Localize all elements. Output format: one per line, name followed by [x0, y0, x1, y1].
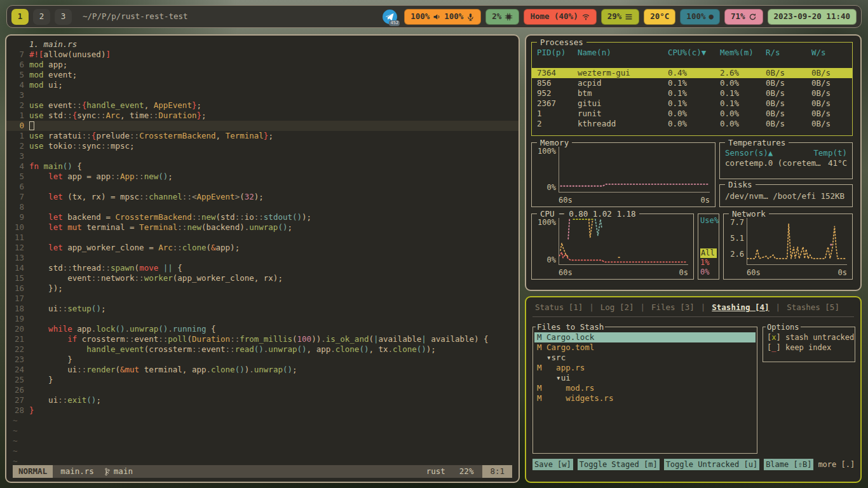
code-line[interactable]: 20 while app.lock().unwrap().running {: [6, 324, 519, 334]
code-line[interactable]: 18 ui::setup();: [6, 304, 519, 314]
code-line[interactable]: 7#![allow(unused)]: [6, 50, 519, 60]
tree-dir[interactable]: ▾ui: [534, 373, 756, 383]
code-line[interactable]: 19: [6, 314, 519, 324]
gitui-pane[interactable]: Status [1] | Log [2] | Files [3] | Stash…: [525, 296, 862, 483]
legend-all[interactable]: All: [700, 248, 717, 258]
file-item[interactable]: M app.rs: [534, 363, 756, 373]
code-line[interactable]: 24 ui::render(&mut terminal, app.clone()…: [6, 365, 519, 375]
tree-dir[interactable]: ▾src: [534, 353, 756, 363]
code-line[interactable]: 22 handle_event(crossterm::event::read()…: [6, 344, 519, 355]
col-write[interactable]: W/s: [811, 48, 847, 58]
code-line[interactable]: 17: [6, 294, 519, 304]
col-name[interactable]: Name(n): [578, 48, 668, 58]
col-mem[interactable]: Mem%(m): [720, 48, 766, 58]
cpu-widget: CPU ─ 0.80 1.02 1.18 100%0% 60s0s: [531, 214, 694, 280]
code-line[interactable]: 28}: [6, 405, 519, 416]
battery-widget[interactable]: 100% ●: [680, 9, 720, 25]
gitui-action-bar: Save [w] Toggle Staged [m] Toggle Untrac…: [532, 459, 854, 470]
empty-line-tilde: ~: [6, 446, 519, 456]
buffer-name[interactable]: 1. main.rs: [29, 39, 77, 49]
process-row[interactable]: 2kthreadd0.0%0.0%0B/s0B/s: [532, 119, 852, 129]
code-line[interactable]: 1use std::{sync::Arc, time::Duration};: [6, 111, 519, 121]
code-line[interactable]: 21 if crossterm::event::poll(Duration::f…: [6, 334, 519, 344]
code-line[interactable]: 5 let app = app::App::new();: [6, 172, 519, 182]
code-line[interactable]: 15 event::network::worker(app_worker_clo…: [6, 273, 519, 283]
code-line[interactable]: 4mod ui;: [6, 80, 519, 90]
code-line[interactable]: 6mod app;: [6, 60, 519, 70]
code-line[interactable]: 25 }: [6, 375, 519, 385]
save-button[interactable]: Save [w]: [532, 459, 573, 470]
col-cpu[interactable]: CPU%(c)▼: [668, 48, 720, 58]
system-monitor-pane[interactable]: Processes PID(p) Name(n) CPU%(c)▼ Mem%(m…: [525, 34, 862, 291]
code-line[interactable]: 6: [6, 182, 519, 192]
tab-1[interactable]: 1: [11, 9, 29, 25]
editor-pane[interactable]: 1. main.rs 7#![allow(unused)]6mod app;5m…: [5, 34, 520, 483]
tab-stashes[interactable]: Stashes [5]: [787, 302, 839, 313]
code-line[interactable]: 3: [6, 90, 519, 100]
files-to-stash-panel: Files to Stash M Cargo.lockM Cargo.toml …: [532, 327, 757, 454]
stash-options-panel: Options [x] stash untracked [_] keep ind…: [763, 327, 855, 362]
tab-files[interactable]: Files [3]: [651, 302, 695, 313]
sync-widget[interactable]: 71%: [724, 9, 763, 25]
tab-log[interactable]: Log [2]: [600, 302, 634, 313]
cwd-path: ~/P/P/p/rust-rest-test: [83, 11, 188, 22]
col-read[interactable]: R/s: [766, 48, 811, 58]
process-row[interactable]: 7364wezterm-gui0.4%2.6%0B/s0B/s: [532, 68, 852, 78]
code-line[interactable]: 2use tokio::sync::mpsc;: [6, 141, 519, 151]
refresh-icon: [749, 13, 757, 21]
code-line[interactable]: 10 let mut terminal = Terminal::new(back…: [6, 222, 519, 233]
tab-status[interactable]: Status [1]: [535, 302, 583, 313]
clock-widget[interactable]: 2023-09-20 11:40: [768, 9, 857, 25]
volume-widget[interactable]: 100% 100%: [404, 9, 481, 25]
code-line[interactable]: 0: [6, 121, 519, 131]
tab-stashing[interactable]: Stashing [4]: [712, 302, 769, 313]
code-line[interactable]: 7 let (tx, rx) = mpsc::channel::<AppEven…: [6, 192, 519, 202]
process-row[interactable]: 2367gitui0.1%0.1%0B/s0B/s: [532, 98, 852, 109]
processes-title: Processes: [537, 37, 587, 48]
code-line[interactable]: 14 std::thread::spawn(move || {: [6, 263, 519, 273]
wezterm-tab-bar: 1 2 3 ~/P/P/p/rust-rest-test 452 100% 10…: [6, 5, 862, 28]
temperature-widget[interactable]: 20°C: [644, 9, 675, 25]
process-table-header[interactable]: PID(p) Name(n) CPU%(c)▼ Mem%(m) R/s W/s: [532, 48, 852, 58]
code-line[interactable]: 23 }: [6, 355, 519, 365]
legend-cpu0[interactable]: 1%: [700, 258, 717, 268]
option-keep-index[interactable]: [_] keep index: [763, 342, 855, 353]
status-widgets: 452 100% 100% 2% Home (40%) 29% 20°C 100…: [382, 9, 857, 25]
process-row[interactable]: 856acpid0.1%0.0%0B/s0B/s: [532, 78, 852, 88]
col-pid[interactable]: PID(p): [537, 48, 578, 58]
wifi-widget[interactable]: Home (40%): [524, 9, 596, 25]
more-button[interactable]: more [.]: [818, 459, 855, 470]
code-line[interactable]: 26: [6, 385, 519, 395]
code-line[interactable]: 3: [6, 151, 519, 161]
option-stash-untracked[interactable]: [x] stash untracked: [763, 332, 855, 342]
col-temp[interactable]: Temp(t): [813, 148, 847, 158]
brightness-widget[interactable]: 29%: [601, 9, 640, 25]
mode-indicator: NORMAL: [13, 465, 53, 478]
file-item[interactable]: M mod.rs: [534, 383, 756, 393]
file-item[interactable]: M widgets.rs: [534, 393, 756, 403]
code-line[interactable]: 2use event::{handle_event, AppEvent};: [6, 100, 519, 111]
code-line[interactable]: 4fn main() {: [6, 161, 519, 172]
process-row[interactable]: 1runit0.0%0.0%0B/s0B/s: [532, 109, 852, 119]
code-line[interactable]: 1use ratatui::{prelude::CrosstermBackend…: [6, 131, 519, 141]
memory-usage-widget[interactable]: 2%: [485, 9, 519, 25]
code-line[interactable]: 16 });: [6, 283, 519, 294]
code-line[interactable]: 12 let app_worker_clone = Arc::clone(&ap…: [6, 243, 519, 253]
code-line[interactable]: 5mod event;: [6, 70, 519, 80]
tab-3[interactable]: 3: [55, 9, 72, 25]
blame-button[interactable]: Blame [⇧B]: [764, 459, 813, 470]
code-line[interactable]: 13: [6, 253, 519, 263]
process-row[interactable]: 952btm0.1%0.1%0B/s0B/s: [532, 88, 852, 98]
col-sensor[interactable]: Sensor(s)▲: [725, 148, 813, 158]
code-line[interactable]: 8: [6, 202, 519, 212]
legend-cpu1[interactable]: 0%: [700, 268, 717, 277]
code-line[interactable]: 27 ui::exit();: [6, 395, 519, 405]
telegram-icon[interactable]: 452: [382, 9, 398, 25]
toggle-untracked-button[interactable]: Toggle Untracked [u]: [664, 459, 760, 470]
file-item[interactable]: M Cargo.lock: [534, 332, 756, 342]
toggle-staged-button[interactable]: Toggle Staged [m]: [578, 459, 660, 470]
code-line[interactable]: 9 let backend = CrosstermBackend::new(st…: [6, 212, 519, 222]
file-item[interactable]: M Cargo.toml: [534, 342, 756, 353]
tab-2[interactable]: 2: [33, 9, 50, 25]
code-line[interactable]: 11: [6, 233, 519, 243]
